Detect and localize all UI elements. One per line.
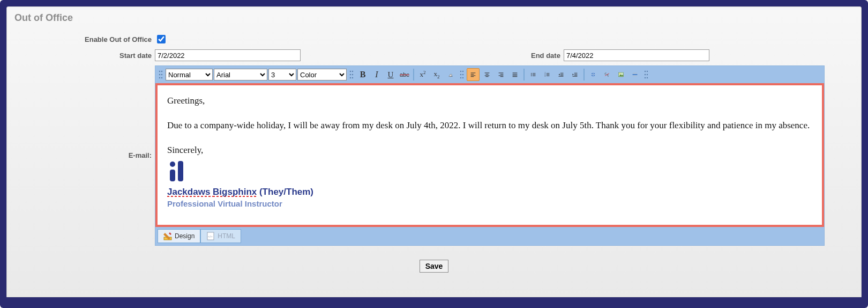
editor-content[interactable]: Greetings, Due to a company-wide holiday… <box>155 83 824 227</box>
end-date-label: End date <box>531 52 560 60</box>
svg-point-36 <box>531 75 532 76</box>
svg-point-60 <box>619 73 620 74</box>
rich-text-editor: Normal Arial 3 Color B I U abє x2 x2 <box>155 65 825 246</box>
font-select[interactable]: Arial <box>214 69 267 80</box>
svg-point-9 <box>352 74 353 75</box>
svg-point-69 <box>645 77 646 78</box>
tab-html[interactable]: </> HTML <box>200 229 241 243</box>
hr-button[interactable] <box>628 68 641 81</box>
enable-row: Enable Out of Office <box>7 33 861 45</box>
svg-point-34 <box>531 73 532 74</box>
outdent-button[interactable] <box>555 68 567 81</box>
svg-point-67 <box>645 74 646 75</box>
separator <box>523 69 525 80</box>
svg-point-68 <box>647 74 648 75</box>
underline-button[interactable]: U <box>384 68 397 81</box>
svg-rect-72 <box>170 170 175 181</box>
start-date-label: Start date <box>7 52 155 60</box>
out-of-office-panel: Out of Office Enable Out of Office Start… <box>6 6 862 297</box>
strikethrough-button[interactable]: abє <box>398 68 411 81</box>
numbered-list-button[interactable]: 123 <box>541 68 553 81</box>
svg-point-8 <box>350 74 351 75</box>
end-date-input[interactable] <box>564 49 709 61</box>
tab-html-label: HTML <box>218 232 235 240</box>
svg-point-6 <box>350 71 351 72</box>
svg-point-11 <box>352 77 353 78</box>
size-select[interactable]: 3 <box>268 69 296 80</box>
subscript-button[interactable]: x2 <box>430 68 443 81</box>
save-row: Save <box>7 260 861 273</box>
signature-logo-icon <box>167 160 812 186</box>
svg-point-66 <box>647 71 648 72</box>
start-date-input[interactable] <box>155 49 301 61</box>
tab-design-label: Design <box>175 232 194 240</box>
svg-point-13 <box>462 71 463 72</box>
svg-text:</>: </> <box>208 235 213 238</box>
svg-point-1 <box>161 71 162 72</box>
signature-title: Professional Virtual Instructor <box>167 199 812 209</box>
svg-point-17 <box>462 77 463 78</box>
svg-point-10 <box>350 77 351 78</box>
svg-marker-50 <box>559 74 560 75</box>
editor-footer-tabs: Design </> HTML <box>155 227 824 245</box>
separator <box>583 69 585 80</box>
enable-checkbox[interactable] <box>157 35 166 43</box>
enable-label: Enable Out of Office <box>7 35 155 43</box>
svg-point-4 <box>159 77 160 78</box>
body-greeting: Greetings, <box>167 95 812 107</box>
justify-button[interactable] <box>508 68 521 81</box>
date-row: Start date End date <box>7 49 861 61</box>
svg-point-12 <box>460 71 461 72</box>
svg-point-7 <box>352 71 353 72</box>
toolbar-grip-icon <box>348 68 355 81</box>
toolbar-grip-icon <box>157 68 164 81</box>
svg-point-35 <box>531 74 532 75</box>
svg-point-5 <box>161 77 162 78</box>
svg-text:3: 3 <box>545 75 546 77</box>
svg-point-3 <box>161 74 162 75</box>
toolbar-grip-icon <box>458 68 466 81</box>
superscript-button[interactable]: x2 <box>416 68 429 81</box>
format-select[interactable]: Normal <box>166 69 213 80</box>
pencil-ruler-icon <box>163 232 172 240</box>
align-left-button[interactable] <box>467 68 480 81</box>
body-paragraph: Due to a company-wide holiday, I will be… <box>167 120 812 132</box>
svg-point-0 <box>159 71 160 72</box>
window-frame: Out of Office Enable Out of Office Start… <box>0 0 868 308</box>
svg-point-65 <box>645 71 646 72</box>
indent-button[interactable] <box>568 68 581 81</box>
signature-name: Jackdaws Bigsphinx (They/Them) <box>167 186 812 199</box>
svg-point-14 <box>460 74 461 75</box>
image-button[interactable] <box>615 68 627 81</box>
eraser-button[interactable] <box>444 68 457 81</box>
bold-button[interactable]: B <box>356 68 369 81</box>
unlink-button[interactable] <box>601 68 613 81</box>
svg-marker-55 <box>573 74 574 75</box>
separator <box>413 69 414 80</box>
align-right-button[interactable] <box>495 68 507 81</box>
editor-toolbar: Normal Arial 3 Color B I U abє x2 x2 <box>155 66 824 83</box>
html-doc-icon: </> <box>206 232 215 240</box>
bullet-list-button[interactable] <box>527 68 540 81</box>
svg-point-2 <box>159 74 160 75</box>
tab-design[interactable]: Design <box>158 229 200 243</box>
email-label: E-mail: <box>7 65 155 159</box>
svg-rect-73 <box>178 161 183 181</box>
email-row: E-mail: Normal Arial 3 Color B I U <box>7 65 861 246</box>
align-center-button[interactable] <box>481 68 493 81</box>
link-button[interactable] <box>587 68 600 81</box>
svg-point-16 <box>460 77 461 78</box>
toolbar-grip-icon <box>642 68 650 81</box>
save-button[interactable]: Save <box>420 260 449 273</box>
color-select[interactable]: Color <box>297 69 347 80</box>
svg-point-70 <box>647 77 648 78</box>
italic-button[interactable]: I <box>370 68 383 81</box>
svg-point-15 <box>462 74 463 75</box>
body-signoff: Sincerely, <box>167 144 812 157</box>
panel-title: Out of Office <box>7 7 861 33</box>
svg-point-71 <box>170 162 175 167</box>
